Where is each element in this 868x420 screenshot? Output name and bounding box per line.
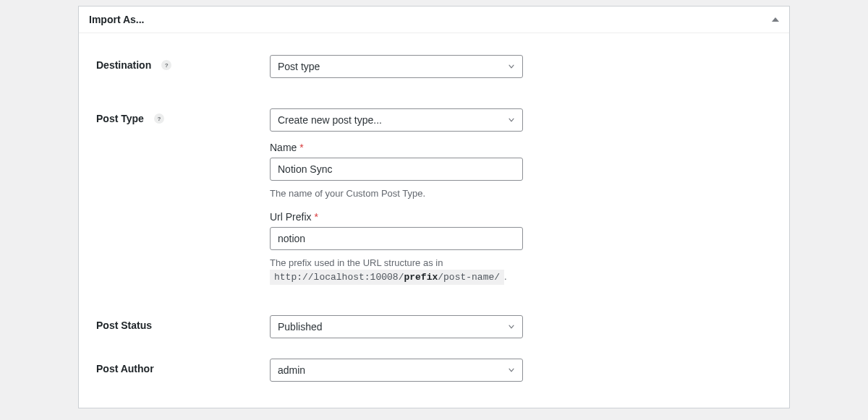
destination-input-col: Post type	[270, 55, 523, 78]
destination-row: Destination ? Post type	[96, 55, 772, 78]
help-icon[interactable]: ?	[154, 113, 164, 124]
post-type-select[interactable]: Create new post type...	[270, 108, 523, 132]
name-subfield: Name * The name of your Custom Post Type…	[270, 142, 523, 201]
help-icon[interactable]: ?	[161, 60, 171, 70]
post-type-label: Post Type	[96, 113, 144, 124]
url-prefix-subfield: Url Prefix * The prefix used in the URL …	[270, 211, 523, 285]
post-type-input-col: Create new post type... Name * The name …	[270, 108, 523, 285]
post-type-label-col: Post Type ?	[96, 108, 270, 124]
panel-header[interactable]: Import As...	[79, 7, 789, 33]
post-type-select-wrapper: Create new post type...	[270, 108, 523, 132]
url-prefix-label: Url Prefix	[270, 211, 312, 223]
post-author-select-wrapper: admin	[270, 359, 523, 382]
post-type-row: Post Type ? Create new post type... Name	[96, 108, 772, 285]
url-prefix-example-code: http://localhost:10008/prefix/post-name/	[270, 270, 504, 285]
url-after: /post-name/	[438, 272, 500, 283]
required-asterisk: *	[314, 211, 318, 223]
panel-title: Import As...	[89, 14, 145, 25]
post-author-label-col: Post Author	[96, 359, 270, 374]
url-bold: prefix	[404, 272, 438, 283]
url-prefix-label-row: Url Prefix *	[270, 211, 523, 223]
name-label: Name	[270, 142, 297, 153]
required-asterisk: *	[299, 142, 303, 153]
post-status-select-wrapper: Published	[270, 315, 523, 338]
post-status-input-col: Published	[270, 315, 523, 338]
destination-label-col: Destination ?	[96, 55, 270, 71]
import-as-panel: Import As... Destination ? Post type	[78, 6, 790, 408]
name-label-row: Name *	[270, 142, 523, 153]
post-author-label: Post Author	[96, 363, 154, 374]
url-before: http://localhost:10008/	[274, 272, 404, 283]
name-input[interactable]	[270, 158, 523, 181]
name-description: The name of your Custom Post Type.	[270, 187, 523, 201]
url-prefix-desc-before: The prefix used in the URL structure as …	[270, 257, 443, 268]
post-status-label: Post Status	[96, 320, 152, 331]
panel-body: Destination ? Post type Post Type ?	[79, 33, 789, 408]
post-status-select[interactable]: Published	[270, 315, 523, 338]
post-author-select[interactable]: admin	[270, 359, 523, 382]
url-punct: .	[504, 271, 507, 282]
destination-select[interactable]: Post type	[270, 55, 523, 78]
post-status-label-col: Post Status	[96, 315, 270, 331]
collapse-up-icon[interactable]	[772, 17, 779, 22]
url-prefix-input[interactable]	[270, 227, 523, 250]
post-author-input-col: admin	[270, 359, 523, 382]
destination-label: Destination	[96, 59, 151, 71]
post-status-row: Post Status Published	[96, 315, 772, 338]
url-prefix-description: The prefix used in the URL structure as …	[270, 256, 523, 285]
destination-select-wrapper: Post type	[270, 55, 523, 78]
post-author-row: Post Author admin	[96, 359, 772, 382]
